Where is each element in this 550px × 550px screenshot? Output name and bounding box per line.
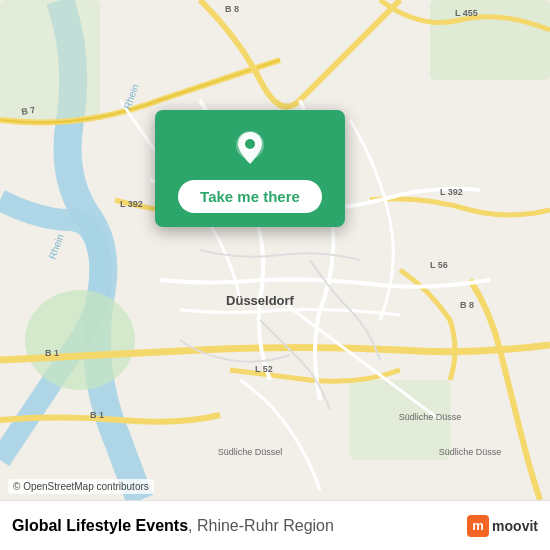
svg-text:L 56: L 56 xyxy=(430,260,448,270)
location-pin-icon xyxy=(228,126,272,170)
svg-text:L 392: L 392 xyxy=(440,187,463,197)
svg-text:B 8: B 8 xyxy=(460,300,474,310)
map-view: B 7 B 8 L 455 L 392 L 392 L 56 L 52 B 8 … xyxy=(0,0,550,500)
svg-text:Südliche Düsse: Südliche Düsse xyxy=(439,447,502,457)
bottom-bar: Global Lifestyle Events, Rhine-Ruhr Regi… xyxy=(0,500,550,550)
moovit-logo-text: moovit xyxy=(492,518,538,534)
map-attribution: © OpenStreetMap contributors xyxy=(8,479,154,494)
place-name: Global Lifestyle Events xyxy=(12,517,188,534)
svg-point-23 xyxy=(245,139,255,149)
moovit-logo-icon: m xyxy=(467,515,489,537)
svg-rect-2 xyxy=(430,0,550,80)
svg-text:L 52: L 52 xyxy=(255,364,273,374)
svg-point-1 xyxy=(25,290,135,390)
svg-text:B 1: B 1 xyxy=(45,348,59,358)
place-info: Global Lifestyle Events, Rhine-Ruhr Regi… xyxy=(12,517,334,535)
svg-text:B 1: B 1 xyxy=(90,410,104,420)
svg-text:Düsseldorf: Düsseldorf xyxy=(226,293,295,308)
svg-text:Südliche Düssel: Südliche Düssel xyxy=(218,447,283,457)
svg-text:L 392: L 392 xyxy=(120,199,143,209)
location-popup: Take me there xyxy=(155,110,345,227)
svg-rect-3 xyxy=(0,0,100,120)
place-region: , Rhine-Ruhr Region xyxy=(188,517,334,534)
svg-text:Südliche Düsse: Südliche Düsse xyxy=(399,412,462,422)
moovit-logo: m moovit xyxy=(467,515,538,537)
take-me-there-button[interactable]: Take me there xyxy=(178,180,322,213)
svg-text:B 8: B 8 xyxy=(225,4,239,14)
place-full-info: Global Lifestyle Events, Rhine-Ruhr Regi… xyxy=(12,517,334,535)
svg-text:L 455: L 455 xyxy=(455,8,478,18)
